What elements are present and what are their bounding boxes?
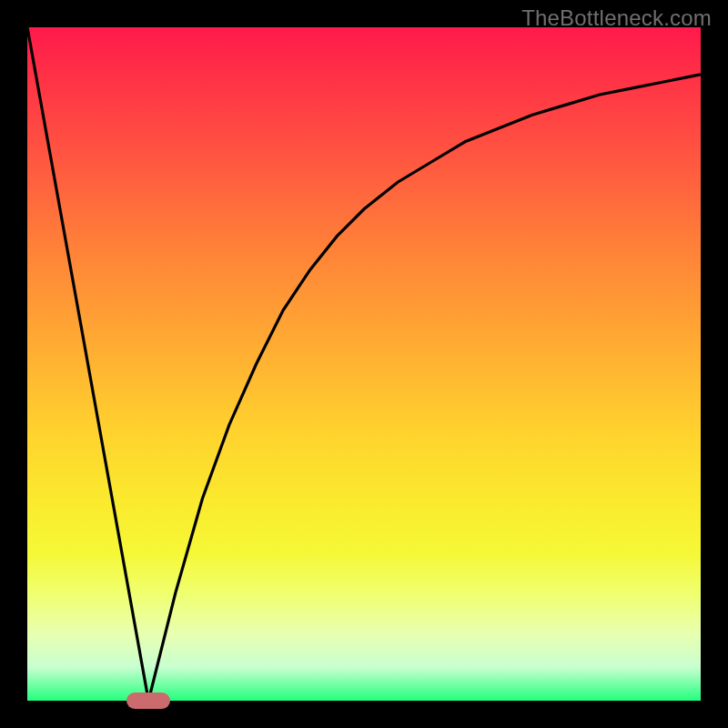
curve-path <box>27 27 701 701</box>
watermark-text: TheBottleneck.com <box>521 5 712 31</box>
plot-area <box>27 27 701 701</box>
bottleneck-curve <box>27 27 701 701</box>
sweet-spot-marker <box>126 693 170 709</box>
